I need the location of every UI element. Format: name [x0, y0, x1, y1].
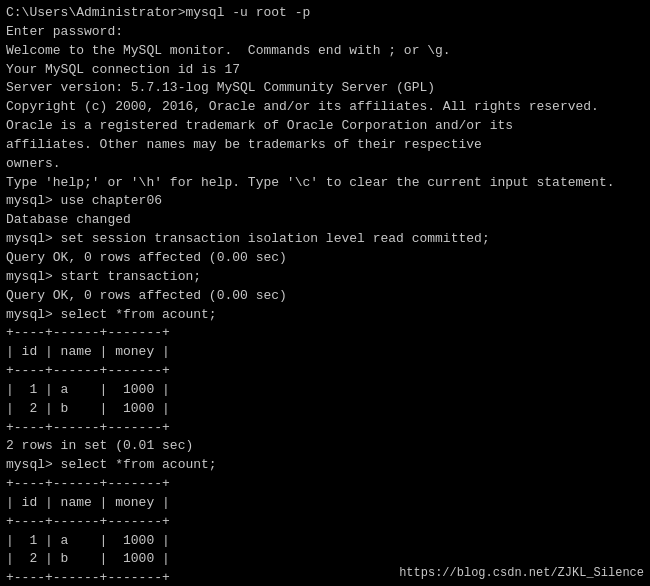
terminal-line: Server version: 5.7.13-log MySQL Communi… — [6, 79, 644, 98]
terminal-line: owners. — [6, 155, 644, 174]
terminal-line: C:\Users\Administrator>mysql -u root -p — [6, 4, 644, 23]
terminal-line: | 2 | b | 1000 | — [6, 400, 644, 419]
terminal-line: | 1 | a | 1000 | — [6, 532, 644, 551]
terminal-line: Type 'help;' or '\h' for help. Type '\c'… — [6, 174, 644, 193]
terminal-line: +----+------+-------+ — [6, 324, 644, 343]
terminal-line: affiliates. Other names may be trademark… — [6, 136, 644, 155]
terminal-content: C:\Users\Administrator>mysql -u root -pE… — [6, 4, 644, 586]
watermark: https://blog.csdn.net/ZJKL_Silence — [399, 566, 644, 580]
terminal-line: mysql> set session transaction isolation… — [6, 230, 644, 249]
terminal-line: +----+------+-------+ — [6, 362, 644, 381]
terminal-line: | id | name | money | — [6, 343, 644, 362]
terminal-line: Your MySQL connection id is 17 — [6, 61, 644, 80]
terminal-line: Welcome to the MySQL monitor. Commands e… — [6, 42, 644, 61]
terminal-line: mysql> select *from acount; — [6, 306, 644, 325]
terminal-line: Enter password: — [6, 23, 644, 42]
terminal-line: +----+------+-------+ — [6, 513, 644, 532]
terminal-line: Database changed — [6, 211, 644, 230]
terminal-line: mysql> start transaction; — [6, 268, 644, 287]
terminal-line: Query OK, 0 rows affected (0.00 sec) — [6, 249, 644, 268]
terminal-line: mysql> use chapter06 — [6, 192, 644, 211]
terminal-line: mysql> select *from acount; — [6, 456, 644, 475]
terminal-line: | id | name | money | — [6, 494, 644, 513]
terminal-line: Copyright (c) 2000, 2016, Oracle and/or … — [6, 98, 644, 117]
terminal-line: +----+------+-------+ — [6, 475, 644, 494]
terminal-line: +----+------+-------+ — [6, 419, 644, 438]
terminal-window: C:\Users\Administrator>mysql -u root -pE… — [0, 0, 650, 586]
terminal-line: Query OK, 0 rows affected (0.00 sec) — [6, 287, 644, 306]
terminal-line: Oracle is a registered trademark of Orac… — [6, 117, 644, 136]
terminal-line: 2 rows in set (0.01 sec) — [6, 437, 644, 456]
terminal-line: | 1 | a | 1000 | — [6, 381, 644, 400]
